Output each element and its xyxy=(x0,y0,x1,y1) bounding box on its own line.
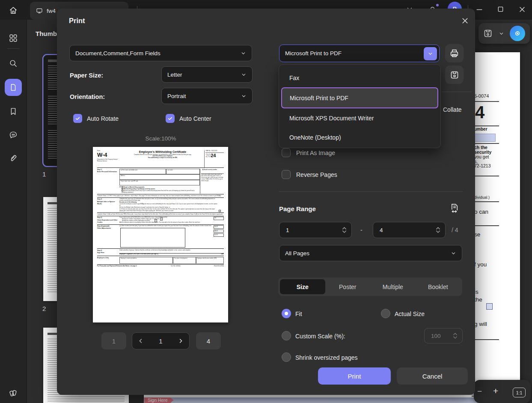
document-text-fragment: the xyxy=(474,296,482,303)
sidebar-item-thumbnails-active[interactable] xyxy=(5,79,22,96)
dialog-close-button[interactable] xyxy=(458,14,471,27)
thumbnail-label-2: 2 xyxy=(42,305,46,312)
zoom-in-button[interactable]: + xyxy=(493,386,498,396)
stepper-up-icon[interactable] xyxy=(342,227,347,230)
zoom-toolbar: − + 1:1 xyxy=(474,380,531,403)
orientation-label: Orientation: xyxy=(70,93,105,100)
stepper-up-icon[interactable] xyxy=(436,227,440,230)
home-button[interactable] xyxy=(6,3,21,17)
tab-multiple[interactable]: Multiple xyxy=(370,279,416,294)
preview-text: Complete Steps 2–4 ONLY if they apply to… xyxy=(97,195,221,197)
tab-poster[interactable]: Poster xyxy=(325,279,371,294)
chevron-down-icon xyxy=(428,51,433,57)
printer-option-xps-document-writer[interactable]: Microsoft XPS Document Writer xyxy=(279,108,440,128)
stepper-down-icon[interactable] xyxy=(436,230,440,233)
sidebar-item-attachments[interactable] xyxy=(9,153,18,163)
printer-select[interactable]: Microsoft Print to PDF xyxy=(279,45,440,62)
sign-here-tag[interactable]: Sign Here xyxy=(144,397,174,403)
orientation-select[interactable]: Portrait xyxy=(161,88,253,104)
print-now-button[interactable] xyxy=(445,44,464,63)
save-options-button[interactable] xyxy=(497,31,505,36)
close-icon xyxy=(461,16,470,25)
page-range-dash: - xyxy=(360,227,363,233)
stepper-up-icon xyxy=(453,333,458,335)
bookmark-icon xyxy=(9,107,18,116)
close-window-button[interactable] xyxy=(518,5,526,14)
sidebar-item-stamps[interactable] xyxy=(9,388,18,397)
actual-size-button[interactable]: 1:1 xyxy=(513,388,526,397)
reverse-pages-checkbox[interactable] xyxy=(282,170,291,179)
tab-booklet[interactable]: Booklet xyxy=(416,279,461,294)
minimize-icon xyxy=(475,5,484,14)
print-content-select[interactable]: Document,Comment,Form Fields xyxy=(69,45,252,61)
zoom-out-button[interactable]: − xyxy=(477,387,482,396)
pager-last-page-button[interactable]: 4 xyxy=(196,332,221,349)
actual-size-radio[interactable] xyxy=(381,309,390,318)
fit-label: Fit xyxy=(295,310,302,317)
fit-radio[interactable] xyxy=(282,309,291,318)
preview-step-title: Claim Dependent and Other Credits xyxy=(97,219,118,224)
custom-range-button[interactable] xyxy=(449,203,460,214)
auto-rotate-checkbox[interactable] xyxy=(73,114,82,123)
stepper-down-icon[interactable] xyxy=(342,230,347,233)
printer-option-onenote-desktop[interactable]: OneNote (Desktop) xyxy=(279,128,440,147)
sidebar-item-bookmarks[interactable] xyxy=(9,107,18,116)
document-rule xyxy=(472,339,499,340)
preview-text: Date xyxy=(221,254,224,255)
print-as-image-checkbox[interactable] xyxy=(282,148,291,157)
signature-field-strip[interactable]: Sign Here xyxy=(144,397,491,403)
auto-center-checkbox[interactable] xyxy=(166,114,175,123)
maximize-button[interactable] xyxy=(496,5,505,13)
sidebar-item-comments[interactable] xyxy=(9,130,18,140)
reverse-pages-label: Reverse Pages xyxy=(296,171,337,178)
preview-form-name: W-4 xyxy=(97,152,121,158)
preview-empty-box xyxy=(120,228,185,248)
custom-scale-radio[interactable] xyxy=(282,331,291,340)
document-text-fragment: o can xyxy=(474,209,488,215)
page-range-from-stepper[interactable]: 1 xyxy=(279,222,352,238)
tab-size[interactable]: Size xyxy=(280,279,325,294)
dialog-title: Print xyxy=(69,17,85,25)
minimize-button[interactable] xyxy=(475,5,484,14)
size-mode-tabs: Size Poster Multiple Booklet xyxy=(278,278,462,296)
dialog-divider xyxy=(442,92,472,92)
shrink-oversized-radio[interactable] xyxy=(282,352,291,362)
actual-size-label: Actual Size xyxy=(395,310,425,317)
document-text-fragment: 4 xyxy=(475,103,484,122)
page-range-mode-select[interactable]: All Pages xyxy=(279,245,462,261)
printer-select-chevron-button[interactable] xyxy=(424,47,437,60)
chevron-down-icon xyxy=(241,51,246,56)
chevron-left-icon[interactable] xyxy=(138,338,144,344)
ai-swirl-icon xyxy=(513,29,522,38)
cancel-button[interactable]: Cancel xyxy=(397,367,468,385)
custom-scale-stepper[interactable]: 100 xyxy=(424,328,463,343)
document-checkbox[interactable] xyxy=(486,303,493,310)
document-form-field[interactable] xyxy=(473,134,496,142)
pager-first-page-button[interactable]: 1 xyxy=(101,332,126,349)
monitor-icon xyxy=(36,7,43,14)
comment-icon xyxy=(9,130,18,140)
sidebar-divider xyxy=(7,48,19,49)
save-button[interactable] xyxy=(479,28,497,39)
sidebar-item-search[interactable] xyxy=(9,59,18,68)
save-as-pdf-button[interactable] xyxy=(445,66,464,84)
preview-box-label: 4(a) xyxy=(214,226,217,227)
preview-box-label: 4(b) xyxy=(214,230,217,232)
preview-text: Does your name match the name on your so… xyxy=(201,174,224,182)
page-range-to-stepper[interactable]: 4 xyxy=(373,222,446,238)
paper-size-label: Paper Size: xyxy=(70,72,103,79)
preview-text: Employee's signature (This form is not v… xyxy=(119,254,158,255)
chevron-right-icon[interactable] xyxy=(178,338,184,344)
print-dialog: Print Document,Comment,Form Fields Paper… xyxy=(57,9,475,395)
preview-field: (b) Social security number xyxy=(201,169,224,174)
document-text-fragment: 5-0074 xyxy=(474,93,489,99)
document-text-fragment: g will xyxy=(474,321,487,327)
print-button[interactable]: Print xyxy=(318,367,391,385)
printer-option-microsoft-print-to-pdf[interactable]: Microsoft Print to PDF xyxy=(281,87,438,108)
sidebar-item-menu[interactable] xyxy=(9,33,18,43)
printer-option-fax[interactable]: Fax xyxy=(279,68,440,87)
shrink-oversized-label: Shrink oversized pages xyxy=(295,354,358,361)
ai-assistant-button[interactable] xyxy=(510,26,525,41)
paper-size-select[interactable]: Letter xyxy=(161,66,253,83)
document-rule xyxy=(473,201,499,202)
